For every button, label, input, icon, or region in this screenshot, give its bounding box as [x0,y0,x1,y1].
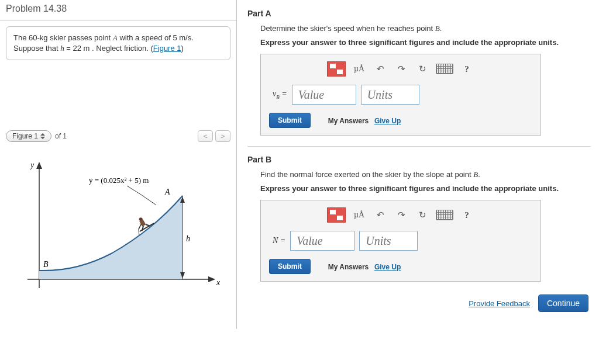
part-a-submit-button[interactable]: Submit [269,113,311,128]
figure-image: y x B A h y = (0.025x² + 5) m [6,154,230,306]
undo-icon[interactable]: ↶ [373,61,388,77]
help-icon[interactable]: ? [459,207,474,223]
y-axis-label: y [29,161,35,169]
part-b-title: Part B [247,155,591,164]
svg-marker-3 [208,276,215,282]
problem-statement: The 60-kg skier passes point A with a sp… [6,26,230,60]
part-a-giveup-link[interactable]: Give Up [374,117,401,125]
footer-row: Provide Feedback Continue [247,294,591,312]
part-a-input-row: vB = [273,85,532,105]
right-panel: Part A Determine the skier's speed when … [237,0,599,329]
part-b-value-input[interactable] [290,231,354,251]
redo-icon[interactable]: ↷ [394,61,409,77]
part-a-myanswers-label: My Answers [328,117,369,125]
help-icon[interactable]: ? [459,61,474,77]
part-a-description: Determine the skier's speed when he reac… [260,24,591,33]
part-a-toolbar: µÅ ↶ ↷ ↻ ? [269,61,532,77]
part-b-units-input[interactable] [359,231,418,251]
units-icon[interactable]: µÅ [352,61,367,77]
figure-next-button[interactable]: > [215,130,230,142]
part-b-submit-row: Submit My Answers Give Up [269,259,532,274]
template-icon[interactable] [327,61,346,77]
part-b-desc-text: Find the normal force exerted on the ski… [260,170,473,179]
mu-label: µÅ [354,64,364,74]
part-b-var-label: N = [273,236,285,245]
caret-up-icon [40,133,45,136]
reset-icon[interactable]: ↻ [415,207,430,223]
keyboard-icon[interactable] [436,207,453,223]
continue-button[interactable]: Continue [538,294,588,312]
var-B: B [473,170,478,179]
part-a-instruction: Express your answer to three significant… [260,38,591,47]
part-b-giveup-link[interactable]: Give Up [374,263,401,271]
redo-icon[interactable]: ↷ [394,207,409,223]
curve-equation: y = (0.025x² + 5) m [89,176,149,185]
h-label: h [186,234,190,243]
units-icon[interactable]: µÅ [352,207,367,223]
figure-select[interactable]: Figure 1 [6,130,51,142]
problem-text: = 22 m . Neglect friction. ( [64,44,153,53]
keyboard-icon[interactable] [436,61,453,77]
part-b-submit-button[interactable]: Submit [269,259,311,274]
part-a-desc-text: Determine the skier's speed when he reac… [260,24,435,33]
caret-down-icon [40,137,45,139]
part-b-description: Find the normal force exerted on the ski… [260,170,591,179]
figure-selector-bar: Figure 1 of 1 < > [6,130,230,142]
problem-text: ) [181,44,184,53]
point-B-label: B [43,260,49,269]
problem-text: The 60-kg skier passes point [13,33,113,42]
figure-prev-button[interactable]: < [198,130,213,142]
var-A: A [113,33,118,42]
part-a-title: Part A [247,9,591,18]
left-panel: Problem 14.38 The 60-kg skier passes poi… [0,0,237,329]
divider [247,146,591,147]
template-icon[interactable] [327,207,346,223]
part-b-answer-box: µÅ ↶ ↷ ↻ ? N = Submit My Answers Give Up [260,200,541,282]
part-a-answer-box: µÅ ↶ ↷ ↻ ? vB = Submit My Answers Give U… [260,54,541,136]
undo-icon[interactable]: ↶ [373,207,388,223]
svg-marker-2 [36,162,42,169]
part-a-units-input[interactable] [361,85,419,105]
part-a-var-label: vB = [273,89,287,100]
part-a-submit-row: Submit My Answers Give Up [269,113,532,128]
part-a-value-input[interactable] [292,85,356,105]
figure-select-label: Figure 1 [12,132,38,140]
part-b-input-row: N = [273,231,532,251]
problem-title: Problem 14.38 [0,0,236,20]
figure-link[interactable]: Figure 1 [153,44,181,53]
reset-icon[interactable]: ↻ [415,61,430,77]
part-b-toolbar: µÅ ↶ ↷ ↻ ? [269,207,532,223]
point-A-label: A [164,188,170,196]
part-b-instruction: Express your answer to three significant… [260,184,591,193]
part-b-myanswers-label: My Answers [328,263,369,271]
x-axis-label: x [216,278,221,287]
var-B: B [435,24,440,33]
part-a-desc-post: . [440,24,442,33]
figure-of-label: of 1 [55,132,67,140]
mu-label: µÅ [354,210,364,220]
part-b-desc-post: . [478,170,480,179]
provide-feedback-link[interactable]: Provide Feedback [469,299,530,308]
